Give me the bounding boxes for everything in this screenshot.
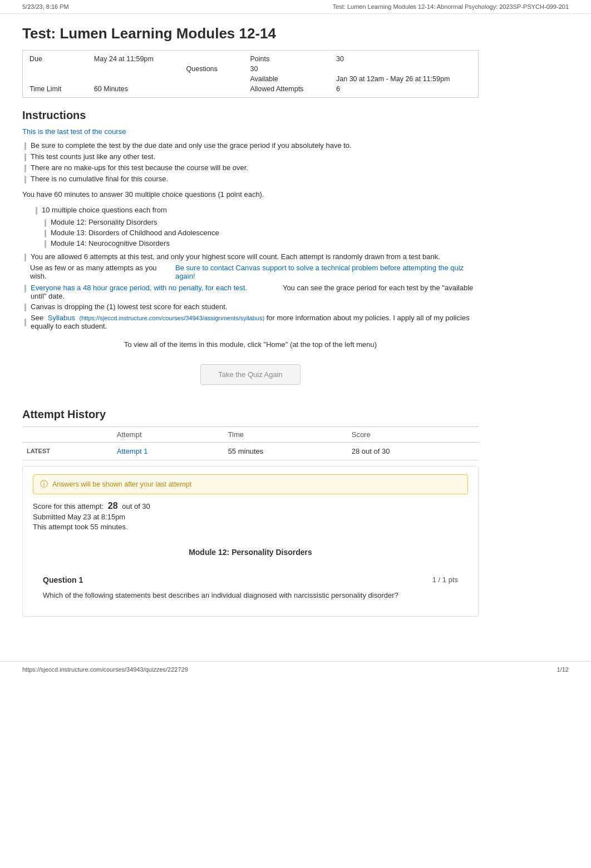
points-label: Points bbox=[250, 55, 325, 63]
syllabus-bullet: See Syllabus (https://sjeccd.instructure… bbox=[22, 314, 479, 330]
col-header-attempt: Attempt bbox=[112, 426, 224, 442]
bullet-bar bbox=[24, 165, 26, 172]
datetime: 5/23/23, 8:16 PM bbox=[22, 3, 69, 10]
bullet-bar4 bbox=[24, 304, 26, 311]
latest-label: LATEST bbox=[22, 442, 112, 460]
instructions-section: Instructions This is the last test of th… bbox=[22, 109, 479, 330]
sub-bullet-bar bbox=[45, 230, 46, 237]
bullet-bar2 bbox=[24, 254, 26, 261]
notice-icon: ⓘ bbox=[40, 479, 48, 489]
indent-block: 10 multiple choice questions each from M… bbox=[22, 206, 479, 248]
view-items-text: To view all of the items in this module,… bbox=[22, 340, 479, 349]
allowed-attempts-label: Allowed Attempts bbox=[250, 85, 325, 93]
para2-bullet: You are allowed 6 attempts at this test,… bbox=[22, 252, 479, 261]
time-limit-value: 60 Minutes bbox=[94, 85, 175, 93]
attempt-table: Attempt Time Score LATEST Attempt 1 55 m… bbox=[22, 426, 479, 460]
para2b-line: Use as few or as many attempts as you wi… bbox=[30, 264, 479, 280]
question-text: Which of the following statements best d… bbox=[43, 590, 458, 601]
take-quiz-button[interactable]: Take the Quiz Again bbox=[200, 364, 301, 385]
page-title: Test: Lumen Learning Modules 12-14 bbox=[22, 25, 479, 42]
bullet-bar bbox=[36, 207, 37, 215]
syllabus-url: (https://sjeccd.instructure.com/courses/… bbox=[80, 315, 265, 321]
sub-bullet-bar bbox=[45, 240, 46, 248]
attempt-history-section: Attempt History Attempt Time Score LATES… bbox=[22, 408, 479, 617]
answers-notice: ⓘ Answers will be shown after your last … bbox=[33, 474, 468, 494]
footer-page: 1/12 bbox=[557, 666, 569, 673]
time-limit-label: Time Limit bbox=[29, 85, 83, 93]
bullet-bar bbox=[24, 176, 26, 183]
due-label: Due bbox=[29, 55, 83, 63]
take-quiz-container: Take the Quiz Again bbox=[22, 354, 479, 395]
bullet-list: Be sure to complete the test by the due … bbox=[22, 141, 479, 183]
question-label: Question 1 bbox=[43, 576, 83, 584]
instructions-title: Instructions bbox=[22, 109, 479, 122]
dropping-text: Canvas is dropping the (1) lowest test s… bbox=[31, 302, 227, 311]
module-item: Module 12: Personality Disorders bbox=[45, 218, 479, 227]
instructions-link[interactable]: This is the last test of the course bbox=[22, 127, 126, 136]
meta-table: Due May 24 at 11:59pm Points 30 Question… bbox=[22, 50, 479, 98]
list-item: There are no make-ups for this test beca… bbox=[22, 163, 479, 172]
question-box: Question 1 1 / 1 pts Which of the follow… bbox=[33, 568, 468, 609]
para1: You have 60 minutes to answer 30 multipl… bbox=[22, 189, 479, 200]
took-text: This attempt took 55 minutes. bbox=[33, 523, 468, 531]
module-item: Module 13: Disorders of Childhood and Ad… bbox=[45, 229, 479, 237]
modules-list: Module 12: Personality DisordersModule 1… bbox=[33, 218, 479, 248]
bullet-bar5 bbox=[24, 319, 26, 326]
allowed-attempts-value: 6 bbox=[336, 85, 471, 93]
sub-bullet-bar bbox=[45, 219, 46, 227]
available-value: Jan 30 at 12am - May 26 at 11:59pm bbox=[336, 75, 471, 83]
attempt-history-title: Attempt History bbox=[22, 408, 479, 421]
answers-notice-text: Answers will be shown after your last at… bbox=[52, 480, 191, 488]
submitted-text: Submitted May 23 at 8:15pm bbox=[33, 513, 468, 521]
attempt-time: 55 minutes bbox=[224, 442, 347, 460]
bullet-bar bbox=[24, 153, 26, 161]
questions-value: 30 bbox=[250, 65, 325, 73]
indent-intro: 10 multiple choice questions each from bbox=[33, 206, 479, 215]
table-row: LATEST Attempt 1 55 minutes 28 out of 30 bbox=[22, 442, 479, 460]
bullet-bar3 bbox=[24, 285, 26, 292]
grace-period-bullet: Everyone has a 48 hour grace period, wit… bbox=[22, 284, 479, 300]
grace-period-link[interactable]: Everyone has a 48 hour grace period, wit… bbox=[31, 284, 247, 292]
col-header-score: Score bbox=[347, 426, 479, 442]
score-info: Score for this attempt: 28 out of 30 bbox=[33, 501, 468, 511]
module-item: Module 14: Neurocognitive Disorders bbox=[45, 239, 479, 248]
para2-text: You are allowed 6 attempts at this test,… bbox=[31, 252, 440, 261]
bullet-bar bbox=[24, 142, 26, 150]
footer-bar: https://sjeccd.instructure.com/courses/3… bbox=[0, 661, 591, 677]
question-pts: 1 / 1 pts bbox=[432, 576, 458, 584]
score-detail-box: ⓘ Answers will be shown after your last … bbox=[22, 466, 479, 617]
attempt-score: 28 out of 30 bbox=[347, 442, 479, 460]
col-header-time: Time bbox=[224, 426, 347, 442]
dropping-bullet: Canvas is dropping the (1) lowest test s… bbox=[22, 302, 479, 311]
footer-url: https://sjeccd.instructure.com/courses/3… bbox=[22, 666, 188, 673]
points-value: 30 bbox=[336, 55, 471, 63]
questions-label: Questions bbox=[186, 65, 239, 73]
canvas-support-link[interactable]: Be sure to contact Canvas support to sol… bbox=[175, 264, 479, 280]
module-header: Module 12: Personality Disorders bbox=[33, 548, 468, 557]
main-content: Test: Lumen Learning Modules 12-14 Due M… bbox=[0, 14, 501, 639]
breadcrumb: Test: Lumen Learning Modules 12-14: Abno… bbox=[333, 3, 569, 10]
syllabus-link[interactable]: Syllabus bbox=[48, 314, 75, 322]
list-item: This test counts just like any other tes… bbox=[22, 152, 479, 161]
col-header-empty bbox=[22, 426, 112, 442]
list-item: There is no cumulative final for this co… bbox=[22, 175, 479, 183]
available-label: Available bbox=[250, 75, 325, 83]
due-value: May 24 at 11:59pm bbox=[94, 55, 175, 63]
top-bar: 5/23/23, 8:16 PM Test: Lumen Learning Mo… bbox=[0, 0, 591, 14]
list-item: Be sure to complete the test by the due … bbox=[22, 141, 479, 150]
attempt-link[interactable]: Attempt 1 bbox=[112, 442, 224, 460]
question-header: Question 1 1 / 1 pts bbox=[43, 576, 458, 584]
